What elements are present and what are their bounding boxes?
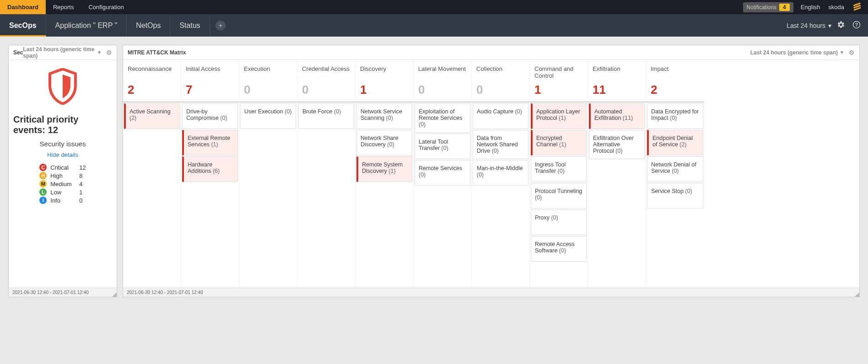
technique-cell[interactable]: Exploitation of Remote Services (0) xyxy=(415,103,470,133)
chevron-down-icon[interactable]: ▼ xyxy=(840,50,844,55)
help-icon[interactable]: ? xyxy=(852,21,861,30)
panel-time-span[interactable]: Last 24 hours (generic time span) xyxy=(23,46,95,59)
technique-count: (6) xyxy=(213,168,220,174)
shield-icon xyxy=(47,68,79,106)
technique-cell[interactable]: External Remote Services (1) xyxy=(182,130,238,155)
technique-cell[interactable]: Application Layer Protocol (1) xyxy=(531,103,587,129)
topnav-tab-configuration[interactable]: Configuration xyxy=(81,0,131,14)
tactic-count: 2 xyxy=(651,83,700,97)
matrix-column: Command and Control1Application Layer Pr… xyxy=(530,60,588,288)
technique-cell[interactable]: Data Encrypted for Impact (0) xyxy=(647,103,703,129)
technique-cell[interactable]: Protocol Tunneling (0) xyxy=(531,183,587,209)
technique-cell[interactable]: Service Stop (0) xyxy=(647,183,703,209)
app-logo-icon[interactable] xyxy=(852,2,862,12)
technique-cell[interactable]: Active Scanning (2) xyxy=(124,103,180,129)
technique-count: (0) xyxy=(334,108,341,115)
technique-count: (0) xyxy=(685,188,692,194)
technique-count: (0) xyxy=(387,141,394,148)
critical-events-title: Critical priority events: 12 xyxy=(13,114,112,135)
severity-row[interactable]: HHigh8 xyxy=(39,172,86,179)
matrix-column: Exfiltration11Automated Exfiltration (11… xyxy=(588,60,646,288)
technique-cell[interactable]: Encrypted Channel (1) xyxy=(531,130,587,155)
technique-cell[interactable]: Drive-by Compromise (0) xyxy=(182,103,238,129)
add-tab-button[interactable]: ＋ xyxy=(216,21,226,31)
technique-cell[interactable]: Ingress Tool Transfer (0) xyxy=(531,156,587,182)
subnav-tab[interactable]: NetOps xyxy=(127,14,170,37)
severity-row[interactable]: MMedium4 xyxy=(39,180,86,187)
severity-badge-icon: M xyxy=(39,180,47,187)
technique-count: (0) xyxy=(670,115,677,121)
technique-cell[interactable]: Automated Exfiltration (11) xyxy=(589,103,645,129)
gear-icon[interactable]: ⚙ xyxy=(849,49,855,56)
notifications-badge[interactable]: Notifications 4 xyxy=(743,2,793,12)
subnav-tab[interactable]: Application " ERP " xyxy=(46,14,127,37)
mitre-matrix-panel: MITRE ATT&CK Matrix Last 24 hours (gener… xyxy=(123,45,860,297)
hide-details-link[interactable]: Hide details xyxy=(47,151,78,158)
security-summary-panel: Sec Last 24 hours (generic time span) ▼ … xyxy=(8,45,117,297)
technique-label: Endpoint Denial of Service xyxy=(652,135,693,148)
tactic-count: 1 xyxy=(534,83,583,97)
technique-cell[interactable]: Data from Network Shared Drive (0) xyxy=(473,130,528,159)
topnav-tab-reports[interactable]: Reports xyxy=(46,0,81,14)
topnav-tab-dashboard[interactable]: Dashboard xyxy=(0,0,46,14)
panel-time-span[interactable]: Last 24 hours (generic time span) xyxy=(750,49,838,56)
tactic-name: Lateral Movement xyxy=(418,65,467,79)
time-range-selector[interactable]: Last 24 hours ▾ xyxy=(787,22,831,29)
technique-count: (1) xyxy=(388,168,395,174)
matrix-column: Lateral Movement0Exploitation of Remote … xyxy=(414,60,472,288)
technique-cell[interactable]: Remote Services (0) xyxy=(415,160,470,186)
severity-label: Medium xyxy=(50,181,75,187)
technique-label: Brute Force xyxy=(302,108,334,115)
subnav-tab[interactable]: SecOps xyxy=(0,14,46,37)
technique-count: (0) xyxy=(558,168,565,174)
technique-cell[interactable]: Network Service Scanning (0) xyxy=(356,103,412,129)
chevron-down-icon: ▾ xyxy=(828,22,831,29)
severity-badge-icon: L xyxy=(39,188,47,196)
panel-header: MITRE ATT&CK Matrix Last 24 hours (gener… xyxy=(123,45,859,60)
technique-label: Application Layer Protocol xyxy=(536,108,580,121)
technique-label: Remote Access Software xyxy=(535,241,575,254)
panel-title: MITRE ATT&CK Matrix xyxy=(128,49,186,56)
severity-label: High xyxy=(50,172,75,179)
technique-count: (0) xyxy=(442,145,448,151)
tactic-name: Initial Access xyxy=(186,65,234,79)
sub-navbar: SecOpsApplication " ERP "NetOpsStatus ＋ … xyxy=(0,14,868,37)
technique-cell[interactable]: Audio Capture (0) xyxy=(473,103,528,129)
severity-row[interactable]: CCritical12 xyxy=(39,164,86,171)
technique-cell[interactable]: Lateral Tool Transfer (0) xyxy=(415,134,470,159)
panel-title: Sec xyxy=(13,49,23,56)
notifications-count: 4 xyxy=(779,4,790,11)
technique-label: Service Stop xyxy=(651,188,685,194)
technique-cell[interactable]: Brute Force (0) xyxy=(298,103,354,129)
technique-cell[interactable]: Remote Access Software (0) xyxy=(531,236,587,262)
severity-row[interactable]: LLow1 xyxy=(39,188,86,196)
technique-cell[interactable]: Network Share Discovery (0) xyxy=(356,130,412,155)
matrix-column: Execution0User Execution (0) xyxy=(239,60,297,288)
gear-icon[interactable]: ⚙ xyxy=(106,49,112,56)
chevron-down-icon[interactable]: ▼ xyxy=(97,50,102,55)
technique-label: Drive-by Compromise xyxy=(186,108,220,121)
technique-label: Protocol Tunneling xyxy=(535,188,582,194)
technique-cell[interactable]: Remote System Discovery (1) xyxy=(356,156,412,182)
time-range-label: Last 24 hours xyxy=(787,22,825,29)
technique-cell[interactable]: Hardware Additions (6) xyxy=(182,156,238,182)
severity-row[interactable]: IInfo0 xyxy=(39,197,86,204)
user-menu[interactable]: skoda xyxy=(828,4,844,11)
technique-label: Active Scanning xyxy=(129,108,171,115)
gear-icon[interactable] xyxy=(837,21,845,30)
matrix-column: Credential Access0Brute Force (0) xyxy=(297,60,356,288)
subnav-tab[interactable]: Status xyxy=(170,14,210,37)
technique-cell[interactable]: User Execution (0) xyxy=(240,103,296,129)
panel-header: Sec Last 24 hours (generic time span) ▼ … xyxy=(9,45,117,60)
resize-handle-icon[interactable] xyxy=(855,292,859,297)
severity-value: 4 xyxy=(79,181,82,187)
technique-cell[interactable]: Exfiltration Over Alternative Protocol (… xyxy=(589,130,645,159)
technique-cell[interactable]: Proxy (0) xyxy=(531,209,587,235)
technique-cell[interactable]: Network Denial of Service (0) xyxy=(647,156,703,182)
technique-count: (0) xyxy=(515,108,522,115)
technique-cell[interactable]: Endpoint Denial of Service (2) xyxy=(647,130,703,155)
technique-label: Man-in-the-Middle xyxy=(477,165,523,171)
language-selector[interactable]: English xyxy=(801,4,820,11)
technique-cell[interactable]: Man-in-the-Middle (0) xyxy=(473,160,528,186)
resize-handle-icon[interactable] xyxy=(112,292,117,297)
